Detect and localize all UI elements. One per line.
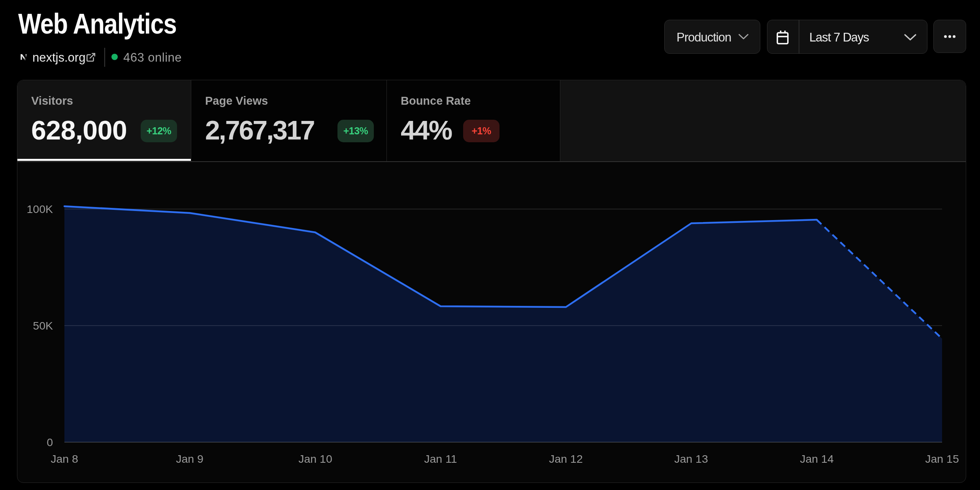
svg-text:Jan 10: Jan 10 — [298, 452, 332, 465]
svg-text:Jan 12: Jan 12 — [549, 452, 583, 465]
svg-text:Jan 8: Jan 8 — [51, 452, 78, 465]
svg-text:Jan 13: Jan 13 — [674, 452, 708, 465]
svg-text:50K: 50K — [33, 319, 53, 332]
svg-text:Jan 11: Jan 11 — [424, 452, 457, 465]
svg-text:0: 0 — [47, 436, 53, 449]
svg-text:100K: 100K — [26, 203, 53, 215]
svg-text:Jan 9: Jan 9 — [176, 452, 204, 465]
svg-text:Jan 14: Jan 14 — [800, 452, 834, 465]
svg-text:Jan 15: Jan 15 — [925, 452, 959, 465]
